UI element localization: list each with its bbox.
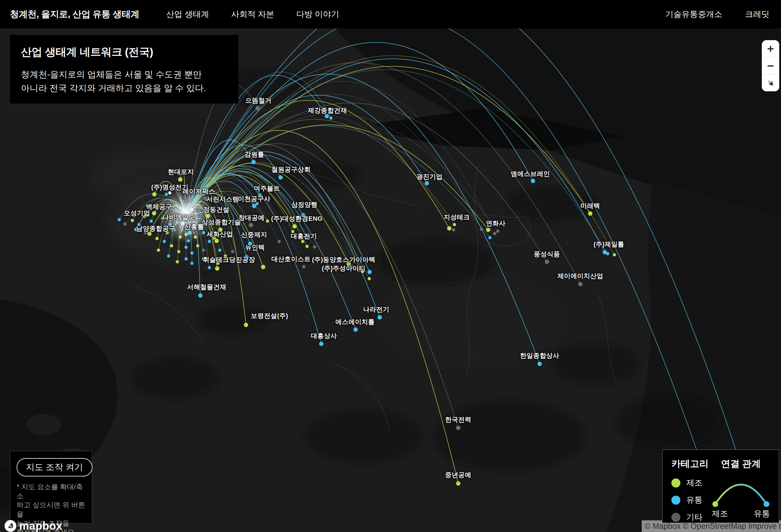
company-dot[interactable] xyxy=(538,362,542,366)
legend-item-distribution: 유통 xyxy=(671,494,712,505)
company-dot[interactable] xyxy=(196,244,200,248)
company-dot[interactable] xyxy=(456,481,461,486)
company-dot[interactable] xyxy=(152,211,156,215)
company-dot[interactable] xyxy=(256,106,260,111)
company-dot[interactable] xyxy=(244,323,248,327)
company-dot[interactable] xyxy=(176,260,179,263)
company-dot[interactable] xyxy=(202,249,205,252)
map-point-label: 이천공구사 xyxy=(238,195,271,203)
company-dot[interactable] xyxy=(157,249,160,252)
company-dot[interactable] xyxy=(249,223,253,228)
company-dot[interactable] xyxy=(170,244,173,248)
company-dot[interactable] xyxy=(261,265,265,269)
map-point-label: 풍성식품 xyxy=(534,250,560,258)
zoom-in-button[interactable]: + xyxy=(762,40,779,57)
map-point-label: 창대공예 xyxy=(238,213,264,222)
map-point-label: 미래텍 xyxy=(580,202,600,210)
relation-from-label: 제조 xyxy=(712,508,728,519)
company-dot[interactable] xyxy=(456,426,461,430)
company-dot[interactable] xyxy=(493,232,496,235)
company-dot[interactable] xyxy=(453,223,456,226)
map-point-label: 삼성종합기술 xyxy=(202,218,241,227)
company-dot[interactable] xyxy=(208,266,211,269)
company-dot[interactable] xyxy=(215,267,219,271)
company-dot[interactable] xyxy=(184,246,188,249)
company-dot[interactable] xyxy=(606,252,610,255)
map-point-label: 광진기업 xyxy=(416,172,443,181)
map-point-label: 서해철물건재 xyxy=(187,283,227,291)
company-dot[interactable] xyxy=(425,181,429,186)
company-dot[interactable] xyxy=(191,262,194,265)
company-dot[interactable] xyxy=(191,252,194,255)
company-dot[interactable] xyxy=(302,265,305,269)
company-dot[interactable] xyxy=(118,218,121,221)
company-dot[interactable] xyxy=(292,224,297,229)
company-dot[interactable] xyxy=(486,228,491,232)
company-dot[interactable] xyxy=(447,226,452,231)
company-dot[interactable] xyxy=(368,277,371,280)
company-dot[interactable] xyxy=(354,328,358,332)
company-dot[interactable] xyxy=(251,160,256,164)
map-point-label: 서린시스템 xyxy=(206,195,239,204)
map-point-label: 삼정양행 xyxy=(291,200,318,209)
mapbox-logo[interactable]: mapbox xyxy=(4,520,63,532)
company-dot[interactable] xyxy=(266,219,269,223)
company-dot[interactable] xyxy=(177,250,180,253)
company-dot[interactable] xyxy=(368,270,372,274)
map-interaction-panel: 지도 조작 켜기 * 지도 요소를 확대/축소 하고 싶으시면 위 버튼을 눌러… xyxy=(10,451,92,524)
relation-to-label: 유통 xyxy=(754,508,770,519)
nav-item-ecosystem[interactable]: 산업 생태계 xyxy=(166,9,209,20)
company-dot[interactable] xyxy=(452,228,455,232)
company-dot[interactable] xyxy=(152,192,157,197)
company-dot[interactable] xyxy=(150,219,153,223)
company-dot[interactable] xyxy=(480,228,483,231)
map-point-label: 나라전기 xyxy=(363,305,389,314)
company-dot[interactable] xyxy=(156,237,159,240)
company-dot[interactable] xyxy=(215,239,219,243)
company-dot[interactable] xyxy=(167,254,170,258)
company-dot[interactable] xyxy=(378,315,382,320)
legend-panel: 카테고리 제조 유통 기타 연결 관계 xyxy=(662,449,779,523)
nav-item-dabang-story[interactable]: 다방 이야기 xyxy=(296,9,339,20)
company-dot[interactable] xyxy=(545,260,549,264)
company-dot[interactable] xyxy=(279,175,283,180)
enable-map-interaction-button[interactable]: 지도 조작 켜기 xyxy=(16,458,92,477)
info-box: 산업 생태계 네트워크 (전국) 청계천-을지로의 업체들은 서울 및 수도권 … xyxy=(10,35,238,104)
minus-icon: − xyxy=(767,59,774,73)
map-point-label: 대산호이스트 xyxy=(272,255,311,263)
company-dot[interactable] xyxy=(184,257,188,260)
company-dot[interactable] xyxy=(305,245,309,248)
company-dot[interactable] xyxy=(131,219,134,222)
company-dot[interactable] xyxy=(178,177,182,182)
nav-item-credits[interactable]: 크레딧 xyxy=(745,9,769,20)
company-dot[interactable] xyxy=(329,117,333,120)
company-dot[interactable] xyxy=(208,240,211,243)
company-dot[interactable] xyxy=(278,240,281,243)
company-dot[interactable] xyxy=(489,236,492,239)
company-dot[interactable] xyxy=(496,230,499,233)
nav-item-social-capital[interactable]: 사회적 자본 xyxy=(231,9,274,20)
company-dot[interactable] xyxy=(163,240,166,243)
company-dot[interactable] xyxy=(588,211,592,216)
zoom-out-button[interactable]: − xyxy=(762,57,779,74)
map-point-label: 여주볼트 xyxy=(254,184,280,193)
company-dot[interactable] xyxy=(613,253,616,256)
company-dot[interactable] xyxy=(218,249,221,252)
mapbox-wordmark: mapbox xyxy=(19,520,63,532)
site-title: 청계천, 을지로, 산업 유통 생태계 xyxy=(10,8,139,21)
company-dot[interactable] xyxy=(313,245,316,249)
company-dot[interactable] xyxy=(578,282,583,287)
manufacture-dot-icon xyxy=(671,479,681,488)
legend-item-manufacture: 제조 xyxy=(671,477,712,488)
map-point-label: (주)주성아이티 xyxy=(322,264,366,273)
company-dot[interactable] xyxy=(198,293,203,298)
company-dot[interactable] xyxy=(124,222,127,226)
nav-item-tech-brokerage[interactable]: 기술유통중개소 xyxy=(665,9,722,20)
company-dot[interactable] xyxy=(531,179,535,183)
compass-button[interactable] xyxy=(762,75,779,91)
company-dot[interactable] xyxy=(319,342,324,346)
map-point-label: 남양종합공구 xyxy=(136,224,176,233)
map-point-label: 정동건설 xyxy=(203,205,230,214)
company-dot[interactable] xyxy=(231,250,234,253)
map-point-label: 연화사 xyxy=(486,219,506,228)
